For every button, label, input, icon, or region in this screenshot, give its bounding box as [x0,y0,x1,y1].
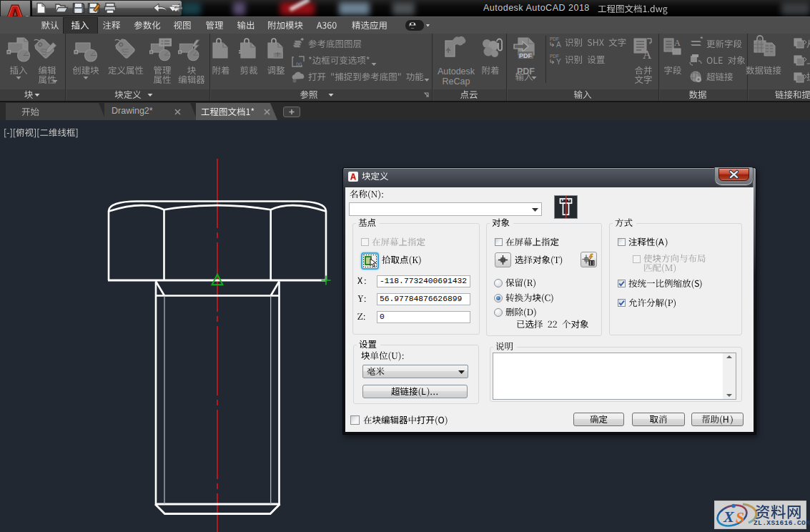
svg-text:S: S [736,508,744,526]
svg-text:X: X [723,508,735,526]
